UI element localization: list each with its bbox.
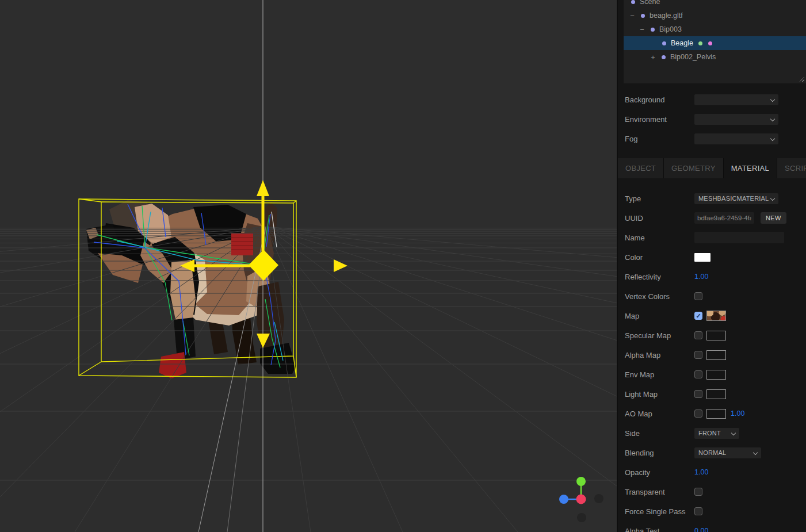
- red-bone-helper: [231, 234, 253, 255]
- axis-x-dot: [576, 495, 586, 504]
- object-dot-icon: [631, 0, 635, 4]
- background-label: Background: [625, 95, 694, 104]
- reflectivity-number[interactable]: 1.00: [694, 273, 708, 281]
- uuid-row: UUID NEW: [618, 208, 806, 228]
- environment-label: Environment: [625, 115, 694, 124]
- tab-script[interactable]: SCRIPT: [777, 158, 806, 178]
- light-map-checkbox[interactable]: [694, 390, 702, 398]
- threejs-editor: Scene − beagle.gltf − Bip003 Beagle: [0, 0, 806, 532]
- axes-helper[interactable]: [559, 477, 603, 522]
- tab-object[interactable]: OBJECT: [618, 158, 664, 178]
- chevron-down-icon: [732, 431, 736, 435]
- scene-settings: Background Environment Fog: [618, 83, 806, 148]
- check-icon: ✓: [696, 313, 701, 319]
- env-map-checkbox[interactable]: [694, 370, 702, 378]
- material-type-select[interactable]: MESHBASICMATERIAL: [694, 193, 778, 204]
- chevron-down-icon: [771, 137, 775, 141]
- object-dot-icon: [662, 55, 666, 59]
- outliner: Scene − beagle.gltf − Bip003 Beagle: [624, 0, 806, 83]
- environment-row: Environment: [618, 109, 806, 129]
- new-uuid-button[interactable]: NEW: [761, 212, 786, 224]
- map-row: Map ✓: [618, 306, 806, 326]
- specular-map-row: Specular Map: [618, 326, 806, 345]
- collapse-icon[interactable]: −: [628, 12, 636, 20]
- grid: [0, 0, 618, 532]
- fog-label: Fog: [625, 135, 694, 143]
- opacity-row: Opacity 1.00: [618, 462, 806, 482]
- outliner-row-bip003[interactable]: − Bip003: [624, 22, 806, 36]
- blending-row: Blending NORMAL: [618, 443, 806, 462]
- specular-map-checkbox[interactable]: [694, 331, 702, 339]
- material-panel: Type MESHBASICMATERIAL UUID NEW Name Col…: [618, 178, 806, 532]
- transparent-row: Transparent: [618, 482, 806, 502]
- outliner-row-beagle[interactable]: Beagle: [624, 36, 806, 50]
- name-input[interactable]: [694, 232, 784, 243]
- axis-y-dot: [576, 477, 586, 486]
- env-map-row: Env Map: [618, 365, 806, 384]
- background-select[interactable]: [694, 94, 778, 105]
- axis-z-dot: [559, 495, 568, 504]
- chevron-down-icon: [754, 451, 758, 455]
- ao-map-checkbox[interactable]: [694, 409, 702, 418]
- alpha-test-row: Alpha Test 0.00: [618, 521, 806, 532]
- type-row: Type MESHBASICMATERIAL: [618, 189, 806, 208]
- ao-map-row: AO Map 1.00: [618, 404, 806, 423]
- material-dot-icon: [708, 41, 712, 45]
- map-checkbox[interactable]: ✓: [694, 312, 702, 320]
- color-row: Color: [618, 247, 806, 267]
- force-single-pass-checkbox[interactable]: [694, 507, 702, 515]
- vertex-colors-row: Vertex Colors: [618, 286, 806, 306]
- environment-select[interactable]: [694, 114, 778, 125]
- map-texture-thumbnail[interactable]: [706, 311, 726, 321]
- ao-map-slot[interactable]: [706, 409, 726, 419]
- blending-select[interactable]: NORMAL: [694, 447, 761, 458]
- ao-intensity-number[interactable]: 1.00: [731, 409, 744, 418]
- outliner-row-beagle-gltf[interactable]: − beagle.gltf: [624, 9, 806, 22]
- fog-select[interactable]: [694, 133, 778, 144]
- alpha-map-checkbox[interactable]: [694, 351, 702, 359]
- transparent-checkbox[interactable]: [694, 488, 702, 496]
- sidebar-panel: Scene − beagle.gltf − Bip003 Beagle: [618, 0, 806, 532]
- force-single-pass-row: Force Single Pass: [618, 502, 806, 521]
- tab-bar: OBJECT GEOMETRY MATERIAL SCRIPT: [618, 158, 806, 178]
- specular-map-slot[interactable]: [706, 331, 726, 340]
- alpha-map-slot[interactable]: [706, 350, 726, 360]
- outliner-row-bip002-pelvis[interactable]: + Bip002_Pelvis: [624, 50, 806, 64]
- uuid-input[interactable]: [694, 212, 754, 224]
- fog-row: Fog: [618, 129, 806, 148]
- alpha-test-number[interactable]: 0.00: [694, 527, 708, 532]
- side-select[interactable]: FRONT: [694, 428, 739, 439]
- reflectivity-row: Reflectivity 1.00: [618, 267, 806, 286]
- resize-grip[interactable]: [799, 76, 804, 82]
- geometry-dot-icon: [698, 41, 702, 45]
- alpha-map-row: Alpha Map: [618, 345, 806, 365]
- env-map-slot[interactable]: [706, 370, 726, 380]
- object-dot-icon: [641, 14, 645, 18]
- light-map-row: Light Map: [618, 384, 806, 404]
- axis-y-neg-dot: [577, 513, 586, 522]
- object-dot-icon: [651, 28, 655, 32]
- vertex-colors-checkbox[interactable]: [694, 292, 702, 300]
- light-map-slot[interactable]: [706, 389, 726, 399]
- chevron-down-icon: [771, 197, 775, 201]
- expand-icon[interactable]: +: [649, 53, 657, 62]
- viewport-canvas[interactable]: [0, 0, 618, 532]
- name-row: Name: [618, 228, 806, 247]
- chevron-down-icon: [771, 98, 775, 102]
- collapse-icon[interactable]: −: [638, 25, 646, 34]
- color-swatch[interactable]: [694, 253, 710, 262]
- tab-material[interactable]: MATERIAL: [724, 158, 777, 178]
- axis-x-neg-dot: [594, 494, 603, 503]
- viewport-scene: [0, 0, 618, 532]
- background-row: Background: [618, 90, 806, 109]
- tab-geometry[interactable]: GEOMETRY: [664, 158, 724, 178]
- opacity-number[interactable]: 1.00: [694, 468, 708, 476]
- object-dot-icon: [662, 41, 666, 45]
- chevron-down-icon: [771, 117, 775, 121]
- side-row: Side FRONT: [618, 423, 806, 443]
- outliner-row-scene[interactable]: Scene: [624, 0, 806, 9]
